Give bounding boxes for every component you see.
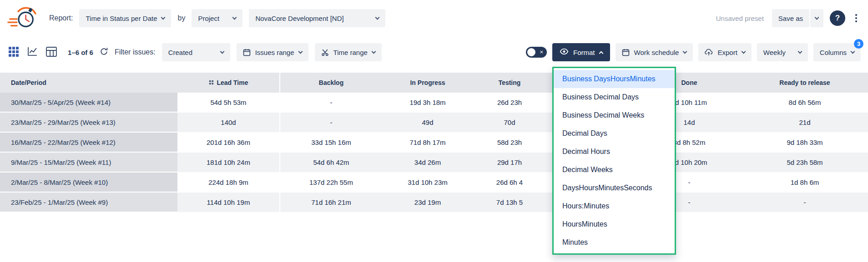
toggle-knob: [527, 48, 535, 56]
columns-dropdown[interactable]: Columns: [813, 43, 861, 61]
preset-status: Unsaved preset: [716, 15, 764, 22]
chevron-down-icon: [797, 49, 802, 54]
column-header-backlog[interactable]: Backlog: [280, 73, 382, 93]
value-cell[interactable]: 201d 16h 36m: [177, 133, 280, 153]
refresh-button[interactable]: [100, 47, 108, 57]
value-cell[interactable]: 181d 10h 24m: [177, 153, 280, 173]
report-label: Report:: [49, 14, 73, 22]
format-menu-item[interactable]: Business DaysHoursMinutes: [554, 70, 675, 88]
chart-view-button[interactable]: [26, 46, 39, 59]
column-header-ready-to-release[interactable]: Ready to release: [742, 73, 868, 93]
help-button[interactable]: ?: [830, 10, 845, 26]
chevron-down-icon: [683, 49, 687, 54]
value-cell[interactable]: 114d 10h 19m: [177, 193, 280, 213]
value-cell[interactable]: -: [742, 193, 868, 213]
table-row: 23/Feb/25 - 1/Mar/25 (Week #9) 114d 10h …: [0, 193, 868, 213]
format-menu-item[interactable]: Business Decimal Weeks: [554, 106, 675, 124]
issues-range-label: Issues range: [255, 49, 294, 56]
value-cell[interactable]: 9d 18h 33m: [742, 133, 868, 153]
value-cell[interactable]: 70d: [473, 113, 546, 133]
chevron-down-icon: [741, 49, 746, 54]
chevron-down-icon: [815, 15, 819, 20]
report-type-dropdown[interactable]: Time in Status per Date: [79, 9, 171, 27]
value-cell[interactable]: 1d 8h 6m: [742, 173, 868, 193]
save-as-menu-button[interactable]: [810, 9, 823, 27]
value-cell[interactable]: 8d 6h 56m: [742, 93, 868, 113]
export-dropdown[interactable]: Export: [698, 43, 751, 61]
table-row: 9/Mar/25 - 15/Mar/25 (Week #11) 181d 10h…: [0, 153, 868, 173]
table-row: 23/Mar/25 - 29/Mar/25 (Week #13) 140d - …: [0, 113, 868, 133]
report-toolbar: 1–6 of 6 Filter issues: Created Issues r…: [0, 36, 868, 68]
column-header-in-progress[interactable]: In Progress: [382, 73, 473, 93]
value-cell[interactable]: 5d 23h 58m: [742, 153, 868, 173]
grid-view-icon: [8, 46, 19, 59]
value-cell[interactable]: 58d 23h: [473, 133, 546, 153]
column-header-date-period[interactable]: Date/Period: [0, 73, 177, 93]
value-cell[interactable]: 49d: [382, 113, 473, 133]
scissors-icon: [321, 49, 329, 56]
compact-view-toggle[interactable]: ×: [526, 47, 547, 58]
report-type-value: Time in Status per Date: [86, 15, 157, 22]
value-cell[interactable]: 7d 13h 5: [473, 193, 546, 213]
filter-field-dropdown[interactable]: Created: [162, 43, 230, 61]
export-label: Export: [717, 49, 737, 56]
chevron-down-icon: [161, 15, 166, 20]
value-cell[interactable]: 26d 23h: [473, 93, 546, 113]
value-cell[interactable]: 71d 16h 21m: [280, 193, 382, 213]
project-dropdown[interactable]: NovaCore Development [ND]: [249, 9, 385, 27]
period-dropdown[interactable]: Weekly: [757, 43, 808, 61]
value-cell[interactable]: 21d: [742, 113, 868, 133]
time-range-dropdown[interactable]: Time range: [315, 43, 382, 61]
value-cell[interactable]: 26d 6h 4: [473, 173, 546, 193]
issues-range-dropdown[interactable]: Issues range: [237, 43, 308, 61]
value-cell[interactable]: 23d 19m: [382, 193, 473, 213]
format-menu-item[interactable]: DaysHoursMinutesSeconds: [554, 179, 675, 197]
chevron-down-icon: [220, 49, 224, 54]
format-button[interactable]: Format: [552, 43, 610, 61]
format-menu-item[interactable]: HoursMinutes: [554, 215, 675, 233]
format-menu-item[interactable]: Decimal Hours: [554, 143, 675, 161]
value-cell[interactable]: 34d 26m: [382, 153, 473, 173]
kebab-icon: [855, 14, 857, 22]
value-cell[interactable]: -: [280, 113, 382, 133]
value-cell[interactable]: 19d 3h 18m: [382, 93, 473, 113]
format-menu-item[interactable]: Decimal Weeks: [554, 161, 675, 179]
value-cell[interactable]: 54d 6h 42m: [280, 153, 382, 173]
work-schedule-dropdown[interactable]: Work schedule: [616, 43, 693, 61]
stopwatch-logo-icon: [7, 6, 40, 30]
timesheet-view-button[interactable]: [45, 46, 58, 59]
format-menu-item[interactable]: Minutes: [554, 233, 675, 252]
chevron-down-icon: [371, 49, 376, 54]
view-switcher: [7, 45, 58, 59]
period-cell: 23/Feb/25 - 1/Mar/25 (Week #9): [0, 193, 177, 213]
column-header-testing[interactable]: Testing: [473, 73, 546, 93]
value-cell[interactable]: 224d 18h 9m: [177, 173, 280, 193]
chevron-down-icon: [232, 15, 237, 20]
app-logo: [7, 6, 40, 30]
group-by-dropdown[interactable]: Project: [192, 9, 242, 27]
format-menu-item[interactable]: Business Decimal Days: [554, 88, 675, 106]
time-range-label: Time range: [333, 49, 368, 56]
more-options-button[interactable]: [852, 11, 861, 25]
columns-badge: 3: [854, 39, 863, 49]
value-cell[interactable]: 140d: [177, 113, 280, 133]
value-cell[interactable]: 31d 10h 23m: [382, 173, 473, 193]
value-cell[interactable]: 137d 22h 55m: [280, 173, 382, 193]
value-cell[interactable]: 54d 5h 53m: [177, 93, 280, 113]
save-as-button[interactable]: Save as: [772, 9, 809, 27]
project-value: NovaCore Development [ND]: [255, 15, 343, 22]
format-menu-item[interactable]: Hours:Minutes: [554, 197, 675, 215]
work-schedule-label: Work schedule: [634, 49, 679, 56]
period-value: Weekly: [763, 49, 786, 56]
value-cell[interactable]: 71d 8h 17m: [382, 133, 473, 153]
save-as-split-button: Save as: [772, 9, 823, 27]
format-menu-item[interactable]: Decimal Days: [554, 124, 675, 143]
column-header-lead-time[interactable]: Lead Time: [177, 73, 280, 93]
period-cell: 9/Mar/25 - 15/Mar/25 (Week #11): [0, 153, 177, 173]
save-as-label: Save as: [778, 15, 803, 22]
value-cell[interactable]: 33d 15h 16m: [280, 133, 382, 153]
calendar-icon: [243, 49, 251, 56]
value-cell[interactable]: -: [280, 93, 382, 113]
value-cell[interactable]: 29d 17h: [473, 153, 546, 173]
table-view-button[interactable]: [7, 45, 20, 59]
